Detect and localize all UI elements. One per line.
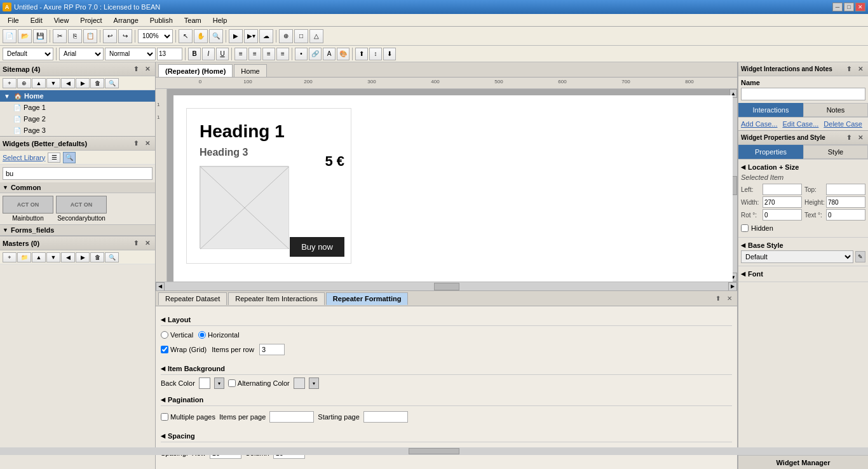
masters-add-folder-button[interactable]: 📁 [17,252,31,262]
menu-help[interactable]: Help [208,15,233,25]
bold-button[interactable]: B [188,48,201,60]
starting-page-input[interactable] [363,411,408,423]
copy-button[interactable]: ⎘ [68,29,82,43]
style-tab[interactable]: Style [803,145,868,159]
titlebar-controls[interactable]: ─ □ ✕ [832,3,865,11]
font-select[interactable]: Arial [59,48,104,60]
masters-delete-button[interactable]: 🗑 [90,252,104,262]
shape-button[interactable]: △ [309,29,323,43]
masters-move-up-button[interactable]: ▲ [32,252,46,262]
page-style-select[interactable]: Default [3,48,53,60]
menu-view[interactable]: View [49,15,74,25]
hidden-checkbox[interactable] [741,224,749,232]
top-input[interactable] [826,184,865,195]
redo-button[interactable]: ↪ [118,29,132,43]
masters-add-button[interactable]: + [3,252,17,262]
text-rot-input[interactable] [826,209,865,221]
font-color-button[interactable]: A [323,48,336,60]
repeater-expand-icon[interactable]: ⬆ [713,294,723,304]
preview-options-button[interactable]: ▶▾ [244,29,258,43]
widgets-close-icon[interactable]: ✕ [142,139,153,149]
widget-interactions-detach-icon[interactable]: ⬆ [844,64,854,74]
align-center-button[interactable]: ≡ [248,48,261,60]
masters-search-button[interactable]: 🔍 [105,252,119,262]
preview-button[interactable]: ▶ [229,29,243,43]
zoom-select[interactable]: 100% [138,29,173,43]
sitemap-move-up-button[interactable]: ▲ [32,78,46,88]
delete-case-link[interactable]: Delete Case [824,120,862,128]
rectangle-button[interactable]: □ [294,29,308,43]
new-button[interactable]: 📄 [3,29,17,43]
text-style-select[interactable]: Normal [105,48,156,60]
underline-button[interactable]: U [216,48,229,60]
multiple-pages-checkbox[interactable] [161,413,168,421]
add-case-link[interactable]: Add Case... [741,120,777,128]
repeater-home-tab[interactable]: (Repeater) (Home) [158,64,233,77]
repeater-dataset-tab[interactable]: Repeater Dataset [158,292,227,305]
masters-close-icon[interactable]: ✕ [142,238,153,248]
items-per-page-input[interactable] [269,411,314,423]
bullet-button[interactable]: • [295,48,308,60]
back-color-dropdown[interactable]: ▾ [214,377,224,389]
zoom-in-button[interactable]: 🔍 [209,29,223,43]
masters-move-right-button[interactable]: ▶ [76,252,90,262]
close-button[interactable]: ✕ [855,3,865,11]
widgets-menu-button[interactable]: ☰ [48,153,60,163]
align-middle-button[interactable]: ↕ [369,48,382,60]
vertical-radio[interactable] [161,331,168,339]
scrollbar-thumb-h[interactable] [434,283,459,290]
masters-move-left-button[interactable]: ◀ [61,252,75,262]
masters-detach-icon[interactable]: ⬆ [131,238,141,248]
align-justify-button[interactable]: ≡ [276,48,289,60]
menu-edit[interactable]: Edit [25,15,48,25]
widget-interactions-close-icon[interactable]: ✕ [855,64,865,74]
sitemap-move-down-button[interactable]: ▼ [46,78,60,88]
alt-color-dropdown[interactable]: ▾ [309,377,319,389]
fill-color-button[interactable]: 🎨 [337,48,349,60]
open-button[interactable]: 📂 [18,29,32,43]
home-tab[interactable]: Home [234,64,266,77]
sitemap-close-icon[interactable]: ✕ [142,64,153,74]
rot-input[interactable] [763,209,802,221]
save-button[interactable]: 💾 [33,29,47,43]
align-right-button[interactable]: ≡ [262,48,275,60]
edit-case-link[interactable]: Edit Case... [782,120,818,128]
menu-arrange[interactable]: Arrange [109,15,144,25]
alt-color-checkbox[interactable] [228,379,236,387]
sitemap-detach-icon[interactable]: ⬆ [131,64,141,74]
back-color-swatch[interactable] [199,377,210,389]
repeater-formatting-tab[interactable]: Repeater Formatting [326,292,409,305]
menu-project[interactable]: Project [75,15,107,25]
height-input[interactable] [826,196,865,208]
canvas[interactable]: ▲ ▼ Heading 1 Heading 3 [167,89,737,282]
sitemap-add-child-button[interactable]: ⊕ [17,78,31,88]
sitemap-page3-item[interactable]: 📄 Page 3 [10,125,155,136]
sitemap-add-page-button[interactable]: + [3,78,17,88]
base-style-select[interactable]: Default [741,250,853,263]
widget-manager-button[interactable]: Widget Manager [738,455,868,469]
align-bottom-button[interactable]: ⬇ [383,48,396,60]
buy-now-button[interactable]: Buy now [290,237,344,257]
widgets-search-input[interactable] [3,167,153,180]
share-button[interactable]: ☁ [259,29,273,43]
align-top-button[interactable]: ⬆ [355,48,368,60]
paste-button[interactable]: 📋 [83,29,97,43]
menu-file[interactable]: File [3,15,24,25]
font-size-input[interactable] [157,48,182,60]
scrollbar-right-button[interactable]: ▶ [728,282,737,291]
style-edit-button[interactable]: ✎ [855,251,865,262]
widget-properties-detach-icon[interactable]: ⬆ [844,133,854,143]
connector-button[interactable]: ⊕ [279,29,293,43]
properties-tab[interactable]: Properties [738,145,803,159]
sitemap-page1-item[interactable]: 📄 Page 1 [10,102,155,113]
horizontal-radio[interactable] [198,331,206,339]
pointer-button[interactable]: ↖ [179,29,193,43]
widgets-search-button[interactable]: 🔍 [63,152,76,163]
notes-tab[interactable]: Notes [803,103,868,117]
menu-team[interactable]: Team [179,15,207,25]
scrollbar-left-button[interactable]: ◀ [156,282,165,291]
align-left-button[interactable]: ≡ [234,48,247,60]
widget-properties-close-icon[interactable]: ✕ [855,133,865,143]
undo-button[interactable]: ↩ [103,29,117,43]
repeater-item-interactions-tab[interactable]: Repeater Item Interactions [228,292,325,305]
